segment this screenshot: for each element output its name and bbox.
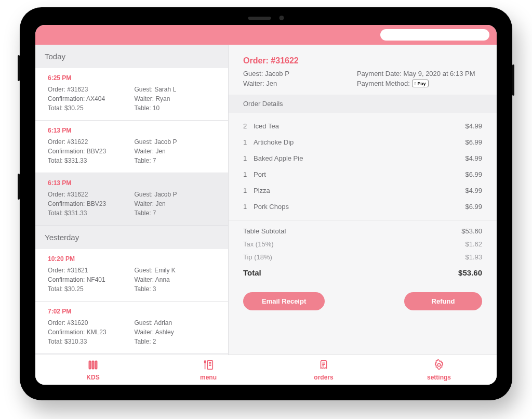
- order-waiter: Waiter: Ashley: [135, 328, 216, 337]
- order-number: Order: #31622: [48, 190, 129, 199]
- order-item: 1Port$6.99: [243, 166, 482, 182]
- total-row: Total$53.60: [243, 266, 482, 280]
- order-confirmation: Confirmation: BBV23: [48, 199, 129, 208]
- search-input[interactable]: [380, 29, 489, 41]
- order-list-item[interactable]: 10:20 PMOrder: #31621Guest: Emily KConfi…: [35, 249, 228, 302]
- order-number: Order: #31622: [48, 137, 129, 147]
- order-table: Table: 2: [135, 337, 216, 346]
- total-label: Total: [243, 268, 261, 277]
- item-price: $4.99: [465, 187, 482, 194]
- total-label: Tip (18%): [243, 253, 272, 261]
- order-time: 6:25 PM: [48, 74, 216, 82]
- order-confirmation: Confirmation: KML23: [48, 328, 129, 337]
- nav-menu[interactable]: menu: [151, 355, 266, 385]
- item-price: $6.99: [465, 138, 482, 146]
- day-header: Today: [35, 45, 228, 68]
- svg-rect-1: [92, 361, 94, 369]
- total-label: Tax (15%): [243, 240, 274, 248]
- order-list-item[interactable]: 7:02 PMOrder: #31620Guest: AdrianConfirm…: [35, 302, 228, 354]
- svg-rect-0: [89, 361, 91, 369]
- total-value: $53.60: [461, 227, 482, 235]
- order-confirmation: Confirmation: AX404: [48, 94, 129, 103]
- order-confirmation: Confirmation: BBV23: [48, 147, 129, 156]
- order-title-label: Order:: [243, 56, 271, 65]
- order-confirmation: Confirmation: NF401: [48, 275, 129, 284]
- total-row: Tax (15%)$1.62: [243, 238, 482, 251]
- order-item: 1Baked Apple Pie$4.99: [243, 150, 482, 166]
- item-qty: 1: [243, 171, 254, 178]
- nav-kds[interactable]: KDS: [35, 355, 151, 385]
- topbar: [35, 25, 497, 45]
- item-name: Baked Apple Pie: [254, 154, 465, 162]
- order-list-item[interactable]: 6:13 PMOrder: #31622Guest: Jacob PConfir…: [35, 121, 228, 173]
- email-receipt-button[interactable]: Email Receipt: [243, 292, 325, 310]
- gear-icon: [433, 359, 445, 372]
- nav-orders-label: orders: [314, 374, 333, 381]
- nav-orders[interactable]: orders: [266, 355, 381, 385]
- order-guest: Guest: Jacob P: [135, 190, 216, 199]
- order-item: 2Iced Tea$4.99: [243, 118, 482, 134]
- order-totals: Table Subtotal$53.60Tax (15%)$1.62Tip (1…: [229, 220, 497, 281]
- order-guest: Guest: Sarah L: [135, 85, 216, 94]
- item-qty: 2: [243, 122, 254, 130]
- order-table: Table: 7: [135, 156, 216, 165]
- item-price: $4.99: [465, 154, 482, 162]
- item-price: $6.99: [465, 171, 482, 178]
- refund-button[interactable]: Refund: [404, 292, 482, 310]
- guest-value: Guest: Jacob P: [243, 70, 289, 77]
- payment-date-value: Payment Date: May 9, 2020 at 6:13 PM: [357, 70, 475, 77]
- item-qty: 1: [243, 154, 254, 162]
- item-price: $6.99: [465, 203, 482, 211]
- payment-date-line: Payment Date: May 9, 2020 at 6:13 PM: [357, 70, 482, 77]
- order-item: 1Pizza$4.99: [243, 182, 482, 199]
- orders-sidebar: Today6:25 PMOrder: #31623Guest: Sarah LC…: [35, 45, 229, 355]
- menu-icon: [203, 359, 214, 372]
- order-time: 7:02 PM: [48, 308, 216, 315]
- order-total: Total: $331.33: [48, 208, 129, 218]
- order-number: Order: #31621: [48, 266, 129, 275]
- order-table: Table: 7: [135, 208, 216, 218]
- svg-rect-3: [207, 360, 212, 369]
- order-title-number: #31622: [271, 56, 298, 65]
- item-name: Pizza: [254, 187, 465, 194]
- item-name: Iced Tea: [254, 122, 465, 130]
- total-row: Tip (18%)$1.93: [243, 251, 482, 264]
- item-qty: 1: [243, 138, 254, 146]
- nav-settings[interactable]: settings: [381, 355, 497, 385]
- item-qty: 1: [243, 203, 254, 211]
- item-name: Pork Chops: [254, 203, 465, 211]
- order-item: 1Artichoke Dip$6.99: [243, 134, 482, 150]
- svg-rect-2: [96, 361, 97, 369]
- order-number: Order: #31620: [48, 318, 129, 328]
- order-time: 10:20 PM: [48, 255, 216, 263]
- total-value: $53.60: [458, 268, 482, 277]
- item-price: $4.99: [465, 122, 482, 130]
- order-number: Order: #31623: [48, 85, 129, 94]
- guest-line: Guest: Jacob P: [243, 70, 348, 77]
- payment-method-label: Payment Method:: [357, 80, 410, 87]
- order-guest: Guest: Emily K: [135, 266, 216, 275]
- nav-menu-label: menu: [200, 374, 217, 381]
- item-qty: 1: [243, 187, 254, 194]
- order-total: Total: $30.25: [48, 284, 129, 294]
- total-label: Table Subtotal: [243, 227, 286, 235]
- order-list-item[interactable]: 6:25 PMOrder: #31623Guest: Sarah LConfir…: [35, 68, 228, 121]
- order-total: Total: $30.25: [48, 103, 129, 113]
- order-waiter: Waiter: Ryan: [135, 94, 216, 103]
- nav-settings-label: settings: [427, 374, 451, 381]
- order-time: 6:13 PM: [48, 127, 216, 134]
- order-items-list: 2Iced Tea$4.991Artichoke Dip$6.991Baked …: [229, 113, 497, 218]
- waiter-value: Waiter: Jen: [243, 80, 277, 87]
- order-list-item[interactable]: 6:13 PMOrder: #31622Guest: Jacob PConfir…: [35, 173, 228, 226]
- order-item: 1Pork Chops$6.99: [243, 199, 482, 215]
- order-details-header: Order Details: [229, 95, 497, 113]
- order-guest: Guest: Jacob P: [135, 137, 216, 147]
- order-guest: Guest: Adrian: [135, 318, 216, 328]
- order-time: 6:13 PM: [48, 179, 216, 187]
- nav-kds-label: KDS: [86, 374, 99, 381]
- order-table: Table: 3: [135, 284, 216, 294]
- order-table: Table: 10: [135, 103, 216, 113]
- order-waiter: Waiter: Anna: [135, 275, 216, 284]
- order-total: Total: $331.33: [48, 156, 129, 165]
- waiter-line: Waiter: Jen: [243, 80, 348, 87]
